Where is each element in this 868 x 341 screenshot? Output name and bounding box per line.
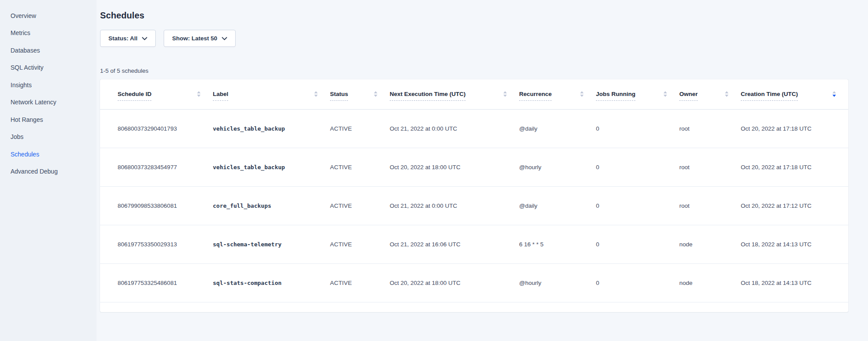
sidebar-item-sql-activity[interactable]: SQL Activity bbox=[11, 59, 97, 77]
table-row[interactable]: 806197753350029313sql-schema-telemetryAC… bbox=[100, 225, 848, 263]
table-row[interactable]: 806800373283454977vehicles_table_backupA… bbox=[100, 148, 848, 186]
cell-status: ACTIVE bbox=[330, 263, 390, 302]
show-filter-dropdown[interactable]: Show: Latest 50 bbox=[164, 30, 236, 47]
cell-owner: root bbox=[679, 148, 741, 186]
cell-jobs_running: 0 bbox=[596, 148, 679, 186]
sort-icon[interactable] bbox=[314, 91, 318, 97]
table-row[interactable]: 806197753325486081sql-stats-compactionAC… bbox=[100, 263, 848, 302]
sidebar-item-insights[interactable]: Insights bbox=[11, 76, 97, 94]
schedules-table-card: Schedule IDLabelStatusNext Execution Tim… bbox=[100, 79, 848, 312]
table-row[interactable]: 806800373290401793vehicles_table_backupA… bbox=[100, 109, 848, 148]
column-label: Recurrence bbox=[519, 91, 552, 101]
sort-icon[interactable] bbox=[503, 91, 507, 97]
show-filter-label: Show: Latest 50 bbox=[172, 35, 217, 42]
cell-jobs_running: 0 bbox=[596, 225, 679, 263]
schedules-table: Schedule IDLabelStatusNext Execution Tim… bbox=[100, 79, 848, 302]
column-header-jobs_running[interactable]: Jobs Running bbox=[596, 79, 679, 109]
column-label: Next Execution Time (UTC) bbox=[390, 91, 466, 101]
status-filter-dropdown[interactable]: Status: All bbox=[100, 30, 156, 47]
cell-id: 806197753325486081 bbox=[100, 263, 213, 302]
chevron-down-icon bbox=[142, 37, 147, 40]
cell-label: vehicles_table_backup bbox=[213, 148, 330, 186]
sidebar-item-schedules[interactable]: Schedules bbox=[11, 146, 97, 163]
sidebar-item-advanced-debug[interactable]: Advanced Debug bbox=[11, 163, 97, 181]
sidebar-nav: OverviewMetricsDatabasesSQL ActivityInsi… bbox=[11, 7, 97, 180]
sort-icon[interactable] bbox=[197, 91, 201, 97]
sort-icon[interactable] bbox=[580, 91, 584, 97]
column-label: Status bbox=[330, 91, 348, 101]
filters-bar: Status: All Show: Latest 50 bbox=[100, 30, 848, 47]
sidebar-item-hot-ranges[interactable]: Hot Ranges bbox=[11, 111, 97, 128]
cell-next_execution: Oct 20, 2022 at 18:00 UTC bbox=[390, 263, 519, 302]
column-header-status[interactable]: Status bbox=[330, 79, 390, 109]
cell-creation_time: Oct 20, 2022 at 17:18 UTC bbox=[741, 109, 848, 148]
page-title: Schedules bbox=[100, 11, 848, 21]
sort-icon[interactable] bbox=[374, 91, 377, 97]
cell-creation_time: Oct 20, 2022 at 17:12 UTC bbox=[741, 186, 848, 225]
cell-creation_time: Oct 20, 2022 at 17:18 UTC bbox=[741, 148, 848, 186]
cell-owner: root bbox=[679, 109, 741, 148]
column-header-next_execution[interactable]: Next Execution Time (UTC) bbox=[390, 79, 519, 109]
cell-next_execution: Oct 20, 2022 at 18:00 UTC bbox=[390, 148, 519, 186]
column-label: Jobs Running bbox=[596, 91, 635, 101]
cell-status: ACTIVE bbox=[330, 109, 390, 148]
table-row[interactable]: 806799098533806081core_full_backupsACTIV… bbox=[100, 186, 848, 225]
cell-next_execution: Oct 21, 2022 at 16:06 UTC bbox=[390, 225, 519, 263]
cell-owner: node bbox=[679, 263, 741, 302]
column-label: Owner bbox=[679, 91, 698, 101]
cell-label: vehicles_table_backup bbox=[213, 109, 330, 148]
cell-label: sql-stats-compaction bbox=[213, 263, 330, 302]
sidebar-item-metrics[interactable]: Metrics bbox=[11, 25, 97, 42]
column-label: Creation Time (UTC) bbox=[741, 91, 798, 101]
table-header-row: Schedule IDLabelStatusNext Execution Tim… bbox=[100, 79, 848, 109]
cell-recurrence: @daily bbox=[519, 109, 596, 148]
cell-owner: root bbox=[679, 186, 741, 225]
sidebar-item-overview[interactable]: Overview bbox=[11, 7, 97, 25]
column-header-creation_time[interactable]: Creation Time (UTC) bbox=[741, 79, 848, 109]
sort-icon[interactable] bbox=[725, 91, 728, 97]
cell-jobs_running: 0 bbox=[596, 186, 679, 225]
column-label: Label bbox=[213, 91, 228, 101]
cell-recurrence: @hourly bbox=[519, 148, 596, 186]
column-header-id[interactable]: Schedule ID bbox=[100, 79, 213, 109]
cell-recurrence: @daily bbox=[519, 186, 596, 225]
cell-status: ACTIVE bbox=[330, 225, 390, 263]
cell-id: 806800373283454977 bbox=[100, 148, 213, 186]
sidebar: OverviewMetricsDatabasesSQL ActivityInsi… bbox=[0, 0, 97, 341]
cell-label: sql-schema-telemetry bbox=[213, 225, 330, 263]
results-count: 1-5 of 5 schedules bbox=[100, 67, 848, 74]
cell-id: 806197753350029313 bbox=[100, 225, 213, 263]
sidebar-item-databases[interactable]: Databases bbox=[11, 42, 97, 59]
status-filter-label: Status: All bbox=[108, 35, 137, 42]
sidebar-item-network-latency[interactable]: Network Latency bbox=[11, 94, 97, 111]
cell-next_execution: Oct 21, 2022 at 0:00 UTC bbox=[390, 186, 519, 225]
cell-status: ACTIVE bbox=[330, 148, 390, 186]
cell-next_execution: Oct 21, 2022 at 0:00 UTC bbox=[390, 109, 519, 148]
sort-icon[interactable] bbox=[832, 91, 836, 97]
schedules-page: { "sidebar": { "items": [ { "label": "Ov… bbox=[0, 0, 868, 341]
main-content: Schedules Status: All Show: Latest 50 1-… bbox=[97, 0, 868, 341]
cell-id: 806800373290401793 bbox=[100, 109, 213, 148]
cell-label: core_full_backups bbox=[213, 186, 330, 225]
cell-id: 806799098533806081 bbox=[100, 186, 213, 225]
chevron-down-icon bbox=[222, 37, 227, 40]
cell-recurrence: 6 16 * * 5 bbox=[519, 225, 596, 263]
cell-jobs_running: 0 bbox=[596, 109, 679, 148]
cell-status: ACTIVE bbox=[330, 186, 390, 225]
cell-recurrence: @hourly bbox=[519, 263, 596, 302]
cell-creation_time: Oct 18, 2022 at 14:13 UTC bbox=[741, 225, 848, 263]
cell-owner: node bbox=[679, 225, 741, 263]
column-header-recurrence[interactable]: Recurrence bbox=[519, 79, 596, 109]
column-header-owner[interactable]: Owner bbox=[679, 79, 741, 109]
sort-icon[interactable] bbox=[664, 91, 667, 97]
cell-jobs_running: 0 bbox=[596, 263, 679, 302]
cell-creation_time: Oct 18, 2022 at 14:13 UTC bbox=[741, 263, 848, 302]
column-label: Schedule ID bbox=[118, 91, 151, 101]
column-header-label[interactable]: Label bbox=[213, 79, 330, 109]
sidebar-item-jobs[interactable]: Jobs bbox=[11, 128, 97, 146]
